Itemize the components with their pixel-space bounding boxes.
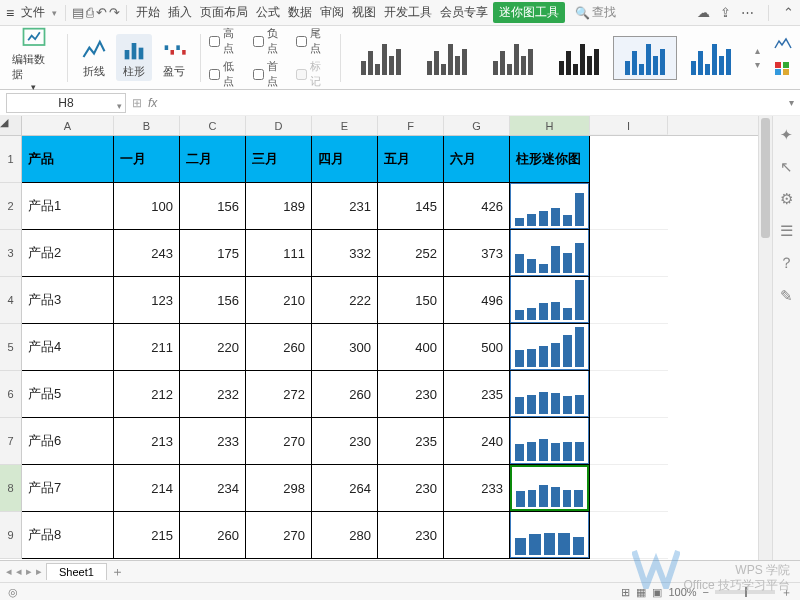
- header-cell[interactable]: 三月: [246, 136, 312, 183]
- cell[interactable]: 产品2: [22, 230, 114, 277]
- cell[interactable]: 产品1: [22, 183, 114, 230]
- header-cell[interactable]: 一月: [114, 136, 180, 183]
- check-first[interactable]: 首点: [253, 59, 289, 89]
- save-icon[interactable]: ▤: [72, 5, 84, 20]
- search-box[interactable]: 🔍 查找: [575, 4, 616, 21]
- formula-input[interactable]: [163, 94, 783, 112]
- tab-nav[interactable]: ◂◂▸▸: [6, 565, 42, 578]
- cell[interactable]: 298: [246, 465, 312, 512]
- sparkline-cell[interactable]: [510, 230, 590, 277]
- cell[interactable]: 111: [246, 230, 312, 277]
- tab-sparkline-tools[interactable]: 迷你图工具: [493, 2, 565, 23]
- header-cell[interactable]: 柱形迷你图: [510, 136, 590, 183]
- header-cell[interactable]: 五月: [378, 136, 444, 183]
- selectpane-icon[interactable]: ✦: [780, 126, 793, 144]
- check-high[interactable]: 高点: [209, 26, 245, 56]
- cell[interactable]: 235: [444, 371, 510, 418]
- col-header-A[interactable]: A: [22, 116, 114, 135]
- row-header-4[interactable]: 4: [0, 277, 22, 324]
- sparkline-cell[interactable]: [510, 465, 590, 512]
- cell[interactable]: 产品6: [22, 418, 114, 465]
- sparkline-column-button[interactable]: 柱形: [116, 34, 152, 81]
- cell[interactable]: 264: [312, 465, 378, 512]
- check-last[interactable]: 尾点: [296, 26, 332, 56]
- collapse-ribbon-icon[interactable]: ⌃: [783, 5, 794, 20]
- cell[interactable]: 产品7: [22, 465, 114, 512]
- cell[interactable]: 产品5: [22, 371, 114, 418]
- header-cell[interactable]: 产品: [22, 136, 114, 183]
- formula-expand-icon[interactable]: ▾: [789, 97, 794, 108]
- sparkline-cell[interactable]: [510, 512, 590, 559]
- sparkline-cell[interactable]: [510, 277, 590, 324]
- sheet-tab-1[interactable]: Sheet1: [46, 563, 107, 580]
- check-marker[interactable]: 标记: [296, 59, 332, 89]
- zoom-level[interactable]: 100%: [668, 586, 696, 598]
- cell[interactable]: 235: [378, 418, 444, 465]
- cell[interactable]: 213: [114, 418, 180, 465]
- cell[interactable]: 426: [444, 183, 510, 230]
- gallery-down-icon[interactable]: ▾: [755, 59, 760, 70]
- style-preview-3[interactable]: [481, 36, 545, 80]
- sparkline-winloss-button[interactable]: 盈亏: [156, 34, 192, 81]
- empty-cell[interactable]: [590, 324, 668, 371]
- gallery-up-icon[interactable]: ▴: [755, 45, 760, 56]
- cell[interactable]: 123: [114, 277, 180, 324]
- tab-member[interactable]: 会员专享: [437, 4, 491, 21]
- cell[interactable]: 260: [312, 371, 378, 418]
- record-icon[interactable]: ◎: [8, 586, 18, 599]
- cell[interactable]: 产品8: [22, 512, 114, 559]
- edit-data-button[interactable]: 编辑数据▾: [8, 22, 59, 94]
- cell[interactable]: 496: [444, 277, 510, 324]
- scroll-thumb[interactable]: [761, 118, 770, 238]
- cell[interactable]: 400: [378, 324, 444, 371]
- col-header-G[interactable]: G: [444, 116, 510, 135]
- redo-icon[interactable]: ↷: [109, 5, 120, 20]
- cell[interactable]: 145: [378, 183, 444, 230]
- cell[interactable]: 233: [180, 418, 246, 465]
- cell[interactable]: 240: [444, 418, 510, 465]
- tab-view[interactable]: 视图: [349, 4, 379, 21]
- row-header-1[interactable]: 1: [0, 136, 22, 183]
- empty-cell[interactable]: [590, 418, 668, 465]
- header-cell[interactable]: 六月: [444, 136, 510, 183]
- cell[interactable]: 373: [444, 230, 510, 277]
- cell[interactable]: 260: [180, 512, 246, 559]
- cell[interactable]: 150: [378, 277, 444, 324]
- sparkline-line-button[interactable]: 折线: [76, 34, 112, 81]
- chevron-down-icon[interactable]: ▾: [117, 97, 122, 115]
- chevron-down-icon[interactable]: ▾: [52, 8, 57, 18]
- tab-layout[interactable]: 页面布局: [197, 4, 251, 21]
- row-header-6[interactable]: 6: [0, 371, 22, 418]
- cell[interactable]: 230: [378, 512, 444, 559]
- cursor-icon[interactable]: ↖: [780, 158, 793, 176]
- row-header-9[interactable]: 9: [0, 512, 22, 559]
- empty-cell[interactable]: [590, 465, 668, 512]
- cell[interactable]: 232: [180, 371, 246, 418]
- app-menu-icon[interactable]: ≡: [6, 5, 14, 21]
- more-icon[interactable]: ⋯: [741, 5, 754, 20]
- cell[interactable]: 220: [180, 324, 246, 371]
- row-header-2[interactable]: 2: [0, 183, 22, 230]
- cell[interactable]: 产品4: [22, 324, 114, 371]
- marker-color-icon[interactable]: [774, 61, 792, 79]
- cell[interactable]: 500: [444, 324, 510, 371]
- tab-dev[interactable]: 开发工具: [381, 4, 435, 21]
- cell[interactable]: 300: [312, 324, 378, 371]
- cell[interactable]: 189: [246, 183, 312, 230]
- col-header-E[interactable]: E: [312, 116, 378, 135]
- cell[interactable]: 230: [378, 465, 444, 512]
- cell[interactable]: 272: [246, 371, 312, 418]
- tab-start[interactable]: 开始: [133, 4, 163, 21]
- cell[interactable]: 233: [444, 465, 510, 512]
- empty-cell[interactable]: [590, 183, 668, 230]
- row-header-3[interactable]: 3: [0, 230, 22, 277]
- col-header-F[interactable]: F: [378, 116, 444, 135]
- style-preview-4[interactable]: [547, 36, 611, 80]
- cell[interactable]: 332: [312, 230, 378, 277]
- empty-cell[interactable]: [590, 277, 668, 324]
- cell[interactable]: 156: [180, 183, 246, 230]
- cell[interactable]: 222: [312, 277, 378, 324]
- header-cell[interactable]: 四月: [312, 136, 378, 183]
- cell[interactable]: 100: [114, 183, 180, 230]
- vertical-scrollbar[interactable]: [758, 116, 772, 562]
